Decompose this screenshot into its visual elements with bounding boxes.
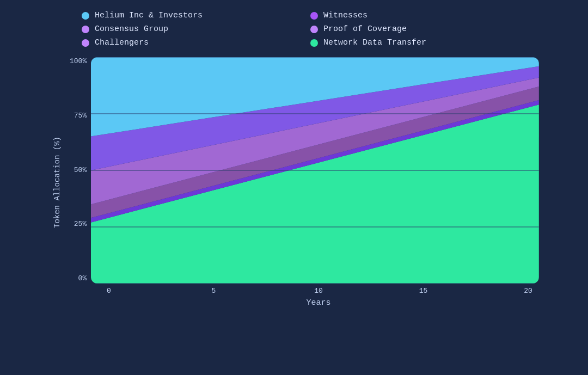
chart-area: 100% 75% 50% 25% 0% <box>70 57 539 308</box>
y-tick-25: 25% <box>74 220 87 228</box>
stacked-area-chart <box>91 57 539 284</box>
legend-label-challengers: Challengers <box>95 38 149 47</box>
x-tick-20: 20 <box>517 287 539 295</box>
y-axis-label: Token Allocation (%) <box>53 137 62 228</box>
legend-dot-proof-of-coverage <box>310 26 318 33</box>
legend-dot-witnesses <box>310 12 318 20</box>
x-tick-5: 5 <box>203 287 225 295</box>
y-ticks: 100% 75% 50% 25% 0% <box>70 57 91 284</box>
legend-label-witnesses: Witnesses <box>323 11 367 20</box>
chart-container: Token Allocation (%) 100% 75% 50% 25% 0% <box>49 57 539 308</box>
legend-item-network-data-transfer: Network Data Transfer <box>310 38 506 47</box>
y-tick-75: 75% <box>74 112 87 120</box>
legend-item-helium-inc: Helium Inc & Investors <box>82 11 278 20</box>
legend-dot-network-data-transfer <box>310 39 318 47</box>
legend-label-proof-of-coverage: Proof of Coverage <box>323 24 407 34</box>
legend-item-challengers: Challengers <box>82 38 278 47</box>
legend-dot-helium-inc <box>82 12 89 20</box>
y-axis-label-container: Token Allocation (%) <box>49 57 65 308</box>
x-tick-10: 10 <box>308 287 329 295</box>
x-axis-label: Years <box>70 298 539 308</box>
legend-dot-challengers <box>82 39 89 47</box>
x-tick-15: 15 <box>413 287 434 295</box>
legend-item-consensus-group: Consensus Group <box>82 24 278 34</box>
x-ticks: 0 5 10 15 20 <box>70 284 539 295</box>
legend-label-helium-inc: Helium Inc & Investors <box>95 11 203 20</box>
y-tick-50: 50% <box>74 166 87 174</box>
x-tick-0: 0 <box>98 287 120 295</box>
y-tick-0: 0% <box>78 274 87 282</box>
legend-label-network-data-transfer: Network Data Transfer <box>323 38 426 47</box>
chart-legend: Helium Inc & Investors Witnesses Consens… <box>82 11 506 47</box>
legend-item-witnesses: Witnesses <box>310 11 506 20</box>
legend-dot-consensus-group <box>82 26 89 33</box>
chart-with-yaxis: 100% 75% 50% 25% 0% <box>70 57 539 284</box>
legend-label-consensus-group: Consensus Group <box>95 24 168 34</box>
y-tick-100: 100% <box>70 57 87 65</box>
legend-item-proof-of-coverage: Proof of Coverage <box>310 24 506 34</box>
